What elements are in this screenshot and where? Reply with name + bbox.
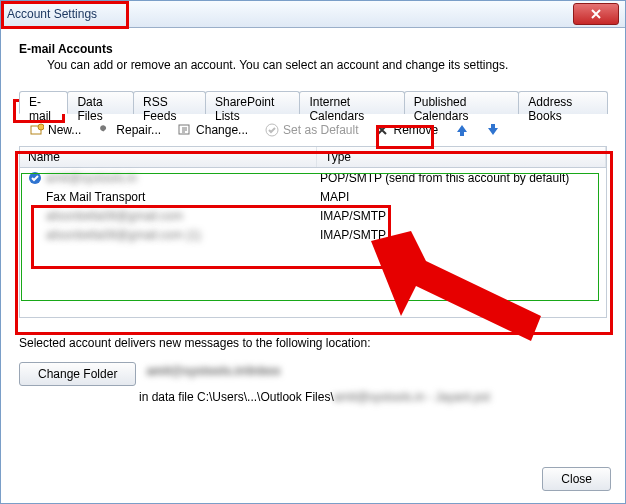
svg-point-2 — [38, 124, 44, 130]
accounts-list[interactable]: Name Type amit@systools.inPOP/SMTP (send… — [19, 146, 607, 318]
section-desc: You can add or remove an account. You ca… — [47, 58, 607, 72]
new-icon — [30, 123, 44, 137]
default-account-icon — [28, 171, 42, 185]
section-title: E-mail Accounts — [19, 42, 607, 56]
titlebar: Account Settings — [1, 1, 625, 28]
tab-data-files[interactable]: Data Files — [67, 91, 134, 114]
account-name: alisonbella08@gmail.com (1) — [46, 228, 201, 242]
close-icon — [591, 9, 601, 19]
column-type[interactable]: Type — [317, 147, 606, 167]
tab-internet-calendars[interactable]: Internet Calendars — [299, 91, 404, 114]
account-name: alisonbella08@gmail.com — [46, 209, 183, 223]
repair-icon — [98, 123, 112, 137]
account-type: MAPI — [312, 189, 606, 205]
table-row[interactable]: alisonbella08@gmail.comIMAP/SMTP — [20, 206, 606, 225]
table-row[interactable]: Fax Mail TransportMAPI — [20, 187, 606, 206]
location-file-blur: amit@systools.in - Jayant.pst — [334, 390, 490, 404]
tab-bar: E-mail Data Files RSS Feeds SharePoint L… — [19, 90, 607, 114]
account-settings-window: Account Settings E-mail Accounts You can… — [0, 0, 626, 504]
location-intro: Selected account delivers new messages t… — [19, 336, 607, 350]
window-title: Account Settings — [7, 7, 97, 21]
list-header: Name Type — [20, 147, 606, 168]
tab-published-calendars[interactable]: Published Calendars — [404, 91, 520, 114]
account-type: POP/SMTP (send from this account by defa… — [312, 170, 606, 186]
remove-button[interactable]: Remove — [368, 120, 445, 140]
change-folder-button[interactable]: Change Folder — [19, 362, 136, 386]
location-account-path: amit@systools.in\Inbox — [146, 364, 280, 378]
location-section: Selected account delivers new messages t… — [19, 336, 607, 404]
change-label: Change... — [196, 123, 248, 137]
table-row[interactable]: alisonbella08@gmail.com (1)IMAP/SMTP — [20, 225, 606, 244]
move-up-button[interactable] — [448, 120, 476, 140]
repair-label: Repair... — [116, 123, 161, 137]
tab-sharepoint-lists[interactable]: SharePoint Lists — [205, 91, 300, 114]
remove-icon — [375, 123, 389, 137]
tab-email[interactable]: E-mail — [19, 91, 68, 114]
account-type: IMAP/SMTP — [312, 208, 606, 224]
repair-button[interactable]: Repair... — [91, 120, 168, 140]
new-button[interactable]: New... — [23, 120, 88, 140]
close-button[interactable]: Close — [542, 467, 611, 491]
move-down-button[interactable] — [479, 120, 507, 140]
account-name: amit@systools.in — [46, 171, 137, 185]
table-row[interactable]: amit@systools.inPOP/SMTP (send from this… — [20, 168, 606, 187]
arrow-up-icon — [455, 123, 469, 137]
new-label: New... — [48, 123, 81, 137]
arrow-down-icon — [486, 123, 500, 137]
change-icon — [178, 123, 192, 137]
remove-label: Remove — [393, 123, 438, 137]
set-default-label: Set as Default — [283, 123, 358, 137]
tab-address-books[interactable]: Address Books — [518, 91, 608, 114]
check-circle-icon — [265, 123, 279, 137]
tab-rss-feeds[interactable]: RSS Feeds — [133, 91, 206, 114]
account-name: Fax Mail Transport — [46, 190, 145, 204]
set-default-button[interactable]: Set as Default — [258, 120, 365, 140]
account-type: IMAP/SMTP — [312, 227, 606, 243]
change-button[interactable]: Change... — [171, 120, 255, 140]
column-name[interactable]: Name — [20, 147, 317, 167]
location-file-prefix: in data file C:\Users\...\Outlook Files\ — [139, 390, 334, 404]
close-window-button[interactable] — [573, 3, 619, 25]
